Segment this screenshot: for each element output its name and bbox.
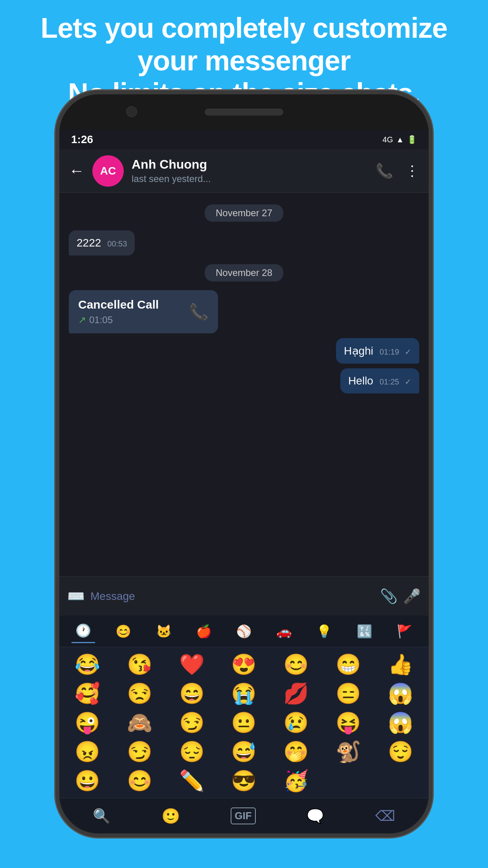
message-input[interactable]: Message xyxy=(90,590,374,603)
emoji-cat-recent[interactable]: 🕐 xyxy=(72,619,95,643)
emoji-monkey[interactable]: 🐒 xyxy=(323,738,373,765)
emoji-laughing[interactable]: 😂 xyxy=(62,651,112,678)
chat-messages: November 27 2222 00:53 November 28 Cance… xyxy=(59,193,429,576)
date-pill-nov28: November 28 xyxy=(205,264,283,281)
emoji-smirk2[interactable]: 😏 xyxy=(115,738,165,765)
emoji-grinning[interactable]: 😀 xyxy=(62,767,112,794)
call-title: Cancelled Call xyxy=(78,298,159,311)
emoji-grid: 😂 😘 ❤️ 😍 😊 😁 👍 🥰 😒 😄 😭 💋 😑 😱 😜 🙈 😏 😐 xyxy=(59,647,429,798)
volume-down-button[interactable] xyxy=(55,224,58,248)
date-pill-nov27: November 27 xyxy=(205,204,283,222)
kb-search-icon[interactable]: 🔍 xyxy=(93,808,110,824)
front-camera xyxy=(126,106,137,117)
kb-sticker-icon[interactable]: 🗨️ xyxy=(306,808,324,824)
battery-icon: 🔋 xyxy=(407,135,417,144)
message-text-2222: 2222 xyxy=(77,237,101,249)
cancelled-call-bubble[interactable]: Cancelled Call ↗ 01:05 📞 xyxy=(69,290,218,333)
emoji-relieved[interactable]: 😌 xyxy=(376,738,426,765)
message-received-2222[interactable]: 2222 00:53 xyxy=(69,230,135,256)
message-time-hello: 01:25 xyxy=(380,377,399,386)
emoji-scream[interactable]: 😱 xyxy=(376,709,426,736)
attach-icon[interactable]: 📎 xyxy=(380,588,398,605)
message-text-haghi: Hạghi xyxy=(344,344,373,357)
message-sent-haghi[interactable]: Hạghi 01:19 ✓ xyxy=(336,338,419,364)
call-button[interactable]: 📞 xyxy=(376,163,393,179)
emoji-partying[interactable]: 🥳 xyxy=(271,767,321,794)
emoji-biggrin[interactable]: 😄 xyxy=(167,680,217,707)
emoji-sob[interactable]: 😢 xyxy=(271,709,321,736)
emoji-thumbsup[interactable]: 👍 xyxy=(376,651,426,678)
emoji-cat-objects[interactable]: 💡 xyxy=(312,620,336,643)
emoji-grin[interactable]: 😁 xyxy=(323,651,373,678)
status-time: 1:26 xyxy=(71,133,93,146)
header-line2: your messenger xyxy=(16,44,472,77)
emoji-sunglasses[interactable]: 😎 xyxy=(219,767,269,794)
message-text-hello: Hello xyxy=(348,375,373,387)
emoji-cat-travel[interactable]: 🚗 xyxy=(272,620,296,643)
emoji-cat-activities[interactable]: ⚾ xyxy=(232,620,256,643)
call-time-row: ↗ 01:05 xyxy=(78,314,159,326)
avatar: AC xyxy=(92,155,124,187)
header-actions: 📞 ⋮ xyxy=(376,163,419,179)
status-icons: 4G ▲ 🔋 xyxy=(383,135,417,144)
back-button[interactable]: ← xyxy=(69,162,84,180)
emoji-sweat-smile[interactable]: 😅 xyxy=(219,738,269,765)
contact-info: Anh Chuong last seen yesterd... xyxy=(132,157,368,184)
chat-header: ← AC Anh Chuong last seen yesterd... 📞 ⋮ xyxy=(59,149,429,193)
emoji-angry[interactable]: 😠 xyxy=(62,738,112,765)
header-line1: Lets you completely customize xyxy=(16,12,472,44)
emoji-kiss[interactable]: 😘 xyxy=(115,651,165,678)
keyboard-bottom-bar: 🔍 🙂 GIF 🗨️ ⌫ xyxy=(59,798,429,833)
phone-screen: 1:26 4G ▲ 🔋 ← AC Anh Chuong last seen ye… xyxy=(59,130,429,833)
emoji-cat-flags[interactable]: 🚩 xyxy=(393,620,416,643)
emoji-cat-symbols[interactable]: 🔣 xyxy=(353,620,376,643)
message-sent-hello[interactable]: Hello 01:25 ✓ xyxy=(340,368,419,394)
emoji-smile[interactable]: 😊 xyxy=(271,651,321,678)
emoji-unamused[interactable]: 😒 xyxy=(115,680,165,707)
emoji-squinting-tongue[interactable]: 😝 xyxy=(323,709,373,736)
speaker-grille xyxy=(205,108,283,116)
emoji-pencil[interactable]: ✏️ xyxy=(167,767,217,794)
emoji-neutral[interactable]: 😐 xyxy=(219,709,269,736)
emoji-pensive[interactable]: 😔 xyxy=(167,738,217,765)
emoji-happy2[interactable]: 😊 xyxy=(115,767,165,794)
status-bar: 1:26 4G ▲ 🔋 xyxy=(59,130,429,149)
kb-emoji-icon[interactable]: 🙂 xyxy=(161,807,180,825)
emoji-heart[interactable]: ❤️ xyxy=(167,651,217,678)
read-check-haghi: ✓ xyxy=(405,347,411,357)
call-phone-icon: 📞 xyxy=(189,303,209,321)
emoji-expressionless[interactable]: 😑 xyxy=(323,680,373,707)
power-button[interactable] xyxy=(430,212,433,244)
emoji-cat-smileys[interactable]: 😊 xyxy=(112,620,135,643)
call-arrow-icon: ↗ xyxy=(78,314,86,326)
emoji-tongue-wink[interactable]: 😜 xyxy=(62,709,112,736)
emoji-cat-animals[interactable]: 🐱 xyxy=(152,620,176,643)
emoji-smirk[interactable]: 😏 xyxy=(167,709,217,736)
emoji-see-no-evil[interactable]: 🙈 xyxy=(115,709,165,736)
more-menu-button[interactable]: ⋮ xyxy=(405,163,419,179)
message-time-2222: 00:53 xyxy=(107,239,127,248)
emoji-category-bar: 🕐 😊 🐱 🍎 ⚾ 🚗 💡 🔣 🚩 xyxy=(59,616,429,647)
kb-delete-icon[interactable]: ⌫ xyxy=(375,808,395,824)
keyboard-icon[interactable]: ⌨️ xyxy=(67,588,85,605)
mic-icon[interactable]: 🎤 xyxy=(403,588,421,605)
emoji-heart-eyes[interactable]: 😍 xyxy=(219,651,269,678)
emoji-keyboard: 🕐 😊 🐱 🍎 ⚾ 🚗 💡 🔣 🚩 😂 😘 ❤️ 😍 😊 😁 👍 🥰 xyxy=(59,616,429,833)
emoji-facepalm[interactable]: 😱 xyxy=(376,680,426,707)
read-check-hello: ✓ xyxy=(405,377,411,386)
signal-bars-icon: ▲ xyxy=(396,135,404,144)
volume-up-button[interactable] xyxy=(55,193,58,216)
emoji-cat-food[interactable]: 🍎 xyxy=(192,620,216,643)
contact-name: Anh Chuong xyxy=(132,157,368,172)
signal-4g-icon: 4G xyxy=(383,135,393,144)
emoji-crying[interactable]: 😭 xyxy=(219,680,269,707)
silent-switch[interactable] xyxy=(55,165,58,181)
date-separator-nov27: November 27 xyxy=(69,204,419,222)
emoji-smiling-hearts[interactable]: 🥰 xyxy=(62,680,112,707)
message-input-bar: ⌨️ Message 📎 🎤 xyxy=(59,576,429,616)
date-separator-nov28: November 28 xyxy=(69,264,419,281)
kb-gif-button[interactable]: GIF xyxy=(231,807,255,824)
phone-top-bar xyxy=(59,94,429,130)
emoji-shush[interactable]: 🤭 xyxy=(271,738,321,765)
emoji-lips[interactable]: 💋 xyxy=(271,680,321,707)
